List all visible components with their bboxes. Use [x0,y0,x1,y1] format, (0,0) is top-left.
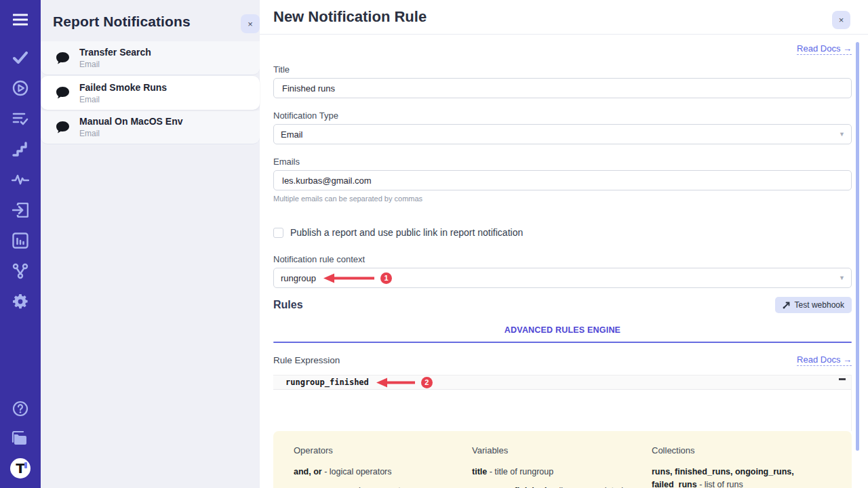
read-docs-link[interactable]: Read Docs → [797,354,852,366]
app-logo-letter: T [16,462,25,475]
rules-help-panel: Operators and, or - logical operators <,… [273,431,852,488]
annotation-1: 1 [323,272,392,284]
bar-chart-icon[interactable] [10,230,31,251]
help-item: title - title of rungroup [472,466,652,479]
title-label: Title [273,64,852,75]
chat-bubble-icon [56,86,70,100]
menu-icon[interactable] [10,9,31,30]
rule-expression-label: Rule Expression [273,355,340,365]
item-title: Transfer Search [79,47,151,58]
chat-bubble-icon [56,52,70,65]
annotation-badge-2: 2 [421,377,433,388]
new-notification-rule-modal: New Notification Rule × Read Docs → Titl… [260,0,868,488]
chevron-down-icon: ▼ [839,131,845,138]
modal-close-button[interactable]: × [832,11,850,29]
help-column-variables: Variables title - title of rungroup rung… [472,445,652,488]
library-icon[interactable] [10,428,31,449]
emails-helper-text: Multiple emails can be separated by comm… [273,195,852,203]
notification-type-value: Email [281,129,303,140]
sign-in-icon[interactable] [10,200,31,220]
title-input[interactable] [273,78,852,98]
modal-title: New Notification Rule [273,8,427,26]
help-column-collections: Collections runs, finished_runs, ongoing… [652,445,833,488]
scrollbar-thumb[interactable] [856,42,859,451]
read-docs-link[interactable]: Read Docs → [797,43,852,55]
emails-label: Emails [273,157,852,167]
modal-header: New Notification Rule × [260,0,868,35]
notification-type-select[interactable]: Email ▼ [273,124,852,144]
help-circle-icon[interactable] [10,399,31,419]
list-item[interactable]: Transfer Search Email [41,41,260,75]
help-column-title: Variables [472,445,652,455]
editor-ruler-marker [839,378,846,380]
list-item[interactable]: Failed Smoke Runs Email [41,76,260,110]
tab-active-underline [273,342,852,343]
activity-icon[interactable] [10,169,31,190]
context-value: rungroup [281,273,316,283]
item-title: Manual On MacOS Env [79,116,182,127]
emails-input[interactable] [273,170,852,190]
publish-report-checkbox[interactable] [273,228,283,238]
fork-icon[interactable] [10,261,31,281]
red-arrow-icon [323,273,376,283]
red-arrow-icon [376,378,416,388]
gear-icon[interactable] [10,291,31,312]
help-item: <, >, == - comparison operators [294,485,472,488]
panel-close-button[interactable]: × [241,14,260,33]
chevron-down-icon: ▼ [839,274,845,281]
item-title: Failed Smoke Runs [79,82,167,93]
help-column-title: Collections [652,445,833,455]
help-column-title: Operators [294,445,472,455]
webhook-icon [783,301,791,309]
rules-heading: Rules [273,299,303,311]
list-check-icon[interactable] [10,108,31,129]
help-item: rungroup_finished - all runs completed [472,485,652,488]
annotation-badge-1: 1 [380,272,392,284]
annotation-2: 2 [376,377,433,388]
app-logo-accent [24,462,27,468]
rule-expression-code: rungroup_finished [285,378,369,387]
test-webhook-label: Test webhook [795,300,844,310]
rule-expression-editor[interactable]: rungroup_finished 2 [273,375,852,431]
chat-bubble-icon [56,121,70,134]
play-circle-icon[interactable] [10,78,31,98]
report-notifications-panel: Report Notifications × Transfer Search E… [41,0,260,488]
check-icon[interactable] [10,47,31,68]
publish-report-label: Publish a report and use public link in … [290,227,523,238]
steps-icon[interactable] [10,139,31,159]
close-icon: × [839,15,844,25]
help-column-operators: Operators and, or - logical operators <,… [294,445,472,488]
close-icon: × [248,19,253,29]
list-item[interactable]: Manual On MacOS Env Email [41,110,260,144]
item-type: Email [79,60,151,69]
app-icon-rail: T [0,0,41,488]
context-label: Notification rule context [273,254,852,264]
tab-advanced-rules-engine[interactable]: ADVANCED RULES ENGINE [505,325,620,335]
panel-title: Report Notifications [41,0,260,30]
context-select[interactable]: rungroup 1 ▼ [273,268,852,288]
help-item: and, or - logical operators [294,466,472,479]
item-type: Email [79,95,167,104]
help-item: runs, finished_runs, ongoing_runs, faile… [652,466,833,488]
editor-active-line[interactable]: rungroup_finished 2 [273,375,851,390]
notification-type-label: Notification Type [273,110,852,121]
item-type: Email [79,129,182,138]
notification-list: Transfer Search Email Failed Smoke Runs … [41,41,260,144]
test-webhook-button[interactable]: Test webhook [775,297,852,313]
app-logo[interactable]: T [10,458,31,479]
